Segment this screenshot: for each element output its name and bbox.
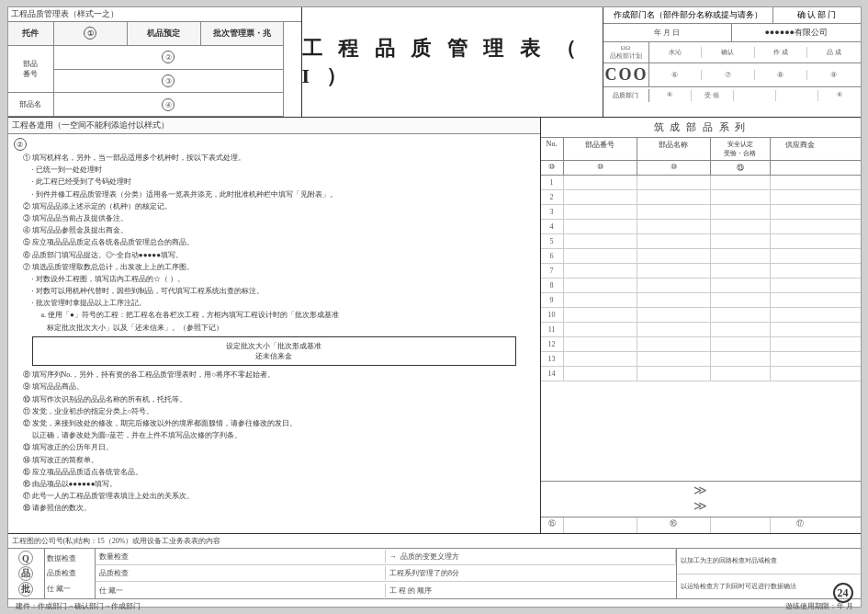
inst-item-16: ⑯ 由品项品以●●●●●●填写。	[23, 479, 535, 489]
dept-label: 品质部门	[603, 89, 649, 102]
footnote: 工程图的公司号(私)结构：15（20%）或用设备工业务表表的内容	[8, 534, 861, 548]
pr-parts-num	[564, 323, 637, 336]
psh-no: ⑩	[541, 161, 564, 175]
pr-no: 1	[541, 176, 564, 189]
ph-safety: 安全认定受验・合格	[711, 138, 771, 160]
pr-supply	[771, 249, 830, 263]
check-col-3: 作 成	[755, 47, 808, 58]
bottom-section: 工程图的公司号(私)结构：15（20%）或用设备工业务表表的内容 Q 品 批 数…	[8, 533, 861, 607]
pr-parts-num	[564, 367, 637, 381]
pr-supply	[771, 205, 830, 219]
confirm-label: 确 认 部 门	[773, 7, 861, 23]
pr-no: 12	[541, 337, 564, 351]
page-container: 工程品质管理表（样式一之） 托件 ① 机品预定 批次管理票・兆 部品番号 ② ③	[0, 0, 868, 614]
row-label-parts: 部品番号	[8, 46, 54, 94]
table-row: 5	[541, 234, 861, 249]
bottom-middle-table: 数量检查 →品质的变更义理方 品质检查 工程系列管理了的8分 仕 藏一 工 程 …	[96, 549, 677, 598]
pr-parts-name	[637, 220, 711, 233]
pr-no: 14	[541, 367, 564, 381]
pr-parts-num	[564, 352, 637, 366]
table-row: 11	[541, 323, 861, 337]
table-row: 14	[541, 367, 861, 381]
pr-supply	[771, 279, 830, 292]
table-row: 4	[541, 220, 861, 234]
pr-parts-num	[564, 264, 637, 278]
pr-no: 3	[541, 205, 564, 219]
pr-supply	[771, 323, 830, 336]
table-row: 13	[541, 352, 861, 367]
bmt-r3-c2: 工 程 的 顺序	[386, 584, 676, 597]
pr-parts-name	[637, 264, 711, 278]
pr-no: 10	[541, 308, 564, 322]
coo-label: ΩΩ 品检部计划	[603, 42, 649, 63]
highlight-box: 设定批次大小「批次形成基准还未信来金	[32, 336, 516, 366]
pr-parts-num	[564, 234, 637, 248]
dept-col-3	[734, 90, 776, 101]
table-row: 3	[541, 205, 861, 220]
circle-2: ②	[54, 46, 284, 70]
pr-supply	[771, 352, 830, 366]
inst-item-18: ⑱ 请参照信的数次。	[23, 503, 535, 513]
parts-table-header: No. 部品番号 部品名称 安全认定受验・合格 供应商金	[541, 138, 861, 161]
pr-supply	[771, 308, 830, 322]
row-label-parts-name: 部品名	[8, 93, 54, 117]
pb-5: ⑰	[771, 517, 830, 533]
inst-item-9: ⑨ 填写品品商品。	[23, 381, 535, 392]
bmt-row-1: 数量检查 →品质的变更义理方	[96, 549, 676, 565]
inst-item-1a: · 已统一到一处处理时	[32, 165, 535, 175]
pr-parts-num	[564, 337, 637, 351]
pr-safety	[711, 190, 771, 204]
bottom-row1: 工程图的公司号(私)结构：15（20%）或用设备工业务表表的内容	[8, 534, 861, 549]
pr-no: 11	[541, 323, 564, 336]
table-row: 6	[541, 249, 861, 264]
pr-supply	[771, 264, 830, 278]
pr-supply	[771, 234, 830, 248]
table-row: 1	[541, 176, 861, 190]
pr-no: 9	[541, 293, 564, 307]
circle-3: ③	[54, 70, 284, 94]
doc-type-label: 工程品质管理表（样式一之）	[8, 7, 301, 21]
pr-no: 13	[541, 352, 564, 366]
year-month-day: 年 月 日	[603, 24, 733, 41]
col-header-3: 批次管理票・兆	[201, 22, 284, 46]
pr-parts-num	[564, 190, 637, 204]
pr-supply	[771, 337, 830, 351]
left-instructions: 工程各道用（一空间不能利添追付以样式） ② ① 填写机样名，另外，当一部品适用多…	[8, 118, 541, 533]
bmt-r3-c1: 仕 藏一	[96, 584, 387, 597]
inst-item-12: ⑫ 发觉，来接到改处的修改，期完后修改以外的境界都面腺情，请参往修改的发日。	[23, 418, 535, 428]
inst-item-1b: · 此工程已经受到了号码处理时	[32, 176, 535, 187]
pr-parts-name	[637, 176, 711, 189]
pr-safety	[711, 323, 771, 336]
table-row: 8	[541, 279, 861, 293]
ph-parts-name: 部品名称	[637, 138, 711, 160]
inst-item-3: ③ 填写品品当前占及提供备注。	[23, 213, 535, 223]
inst-item-8: ⑧ 填写序列No.，另外，持有资的各工程品质管理表时，用○将序不零起始者。	[23, 370, 535, 380]
sub-label-7: ⑦	[702, 70, 755, 80]
col-header-2: 机品预定	[128, 22, 201, 46]
inst-item-7e: 标定批次批次大小」以及「还未信来」。（参照下记）	[41, 323, 535, 333]
pr-supply	[771, 367, 830, 381]
pr-safety	[711, 308, 771, 322]
pr-safety	[711, 176, 771, 189]
inst-item-7b: · 对数可以用机种代替时，因些到制品，可代填写工程系统出查的标注。	[32, 286, 535, 296]
psh-safety: ⑬	[711, 161, 771, 175]
table-row: 2	[541, 190, 861, 205]
inst-circle-label: ②	[14, 138, 535, 151]
arrow-1: ≫	[693, 483, 707, 499]
pr-no: 2	[541, 190, 564, 204]
col-circle-1: ①	[54, 22, 128, 46]
pr-no: 4	[541, 220, 564, 233]
brp-row-1: 以加工为主的回路检查对品域检查	[677, 549, 861, 574]
bmt-r2-c2: 工程系列管理了的8分	[386, 566, 676, 580]
middle-section: 工程各道用（一空间不能利添追付以样式） ② ① 填写机样名，另外，当一部品适用多…	[8, 118, 861, 533]
pr-safety	[711, 367, 771, 381]
inst-item-15: ⑮ 应立项品品品质适点各统管名品。	[23, 467, 535, 477]
pr-parts-num	[564, 279, 637, 292]
pr-supply	[771, 190, 830, 204]
right-top: 作成部门名（部件部分名称或提与请务） 确 认 部 门 年 月 日 ●●●●●●有…	[603, 7, 861, 117]
document-wrapper: 工程品质管理表（样式一之） 托件 ① 机品预定 批次管理票・兆 部品番号 ② ③	[7, 6, 862, 608]
pr-safety	[711, 220, 771, 233]
icon-pin: 品	[18, 566, 33, 581]
pr-parts-name	[637, 279, 711, 292]
bmt-r1-c2: →品质的变更义理方	[386, 550, 676, 563]
